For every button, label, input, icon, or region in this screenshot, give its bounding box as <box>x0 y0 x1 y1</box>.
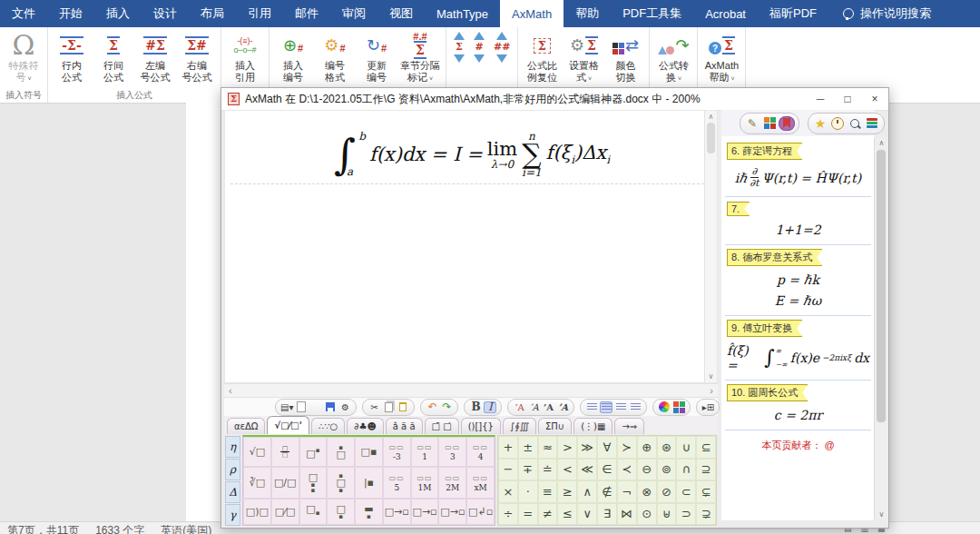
star-button[interactable]: ★ <box>812 116 828 131</box>
operator-cell-⊃[interactable]: ⊃ <box>676 503 696 526</box>
template-cell[interactable]: □▪ <box>299 499 328 525</box>
operator-cell-⊇[interactable]: ⊇ <box>696 459 716 481</box>
greek-cell-Δ[interactable]: Δ <box>225 481 240 503</box>
operator-cell-≫[interactable]: ≫ <box>577 436 597 459</box>
template-cell[interactable]: ▭▭2M <box>438 467 466 499</box>
template-cell[interactable]: |▪ <box>355 467 383 499</box>
scroll-up-icon[interactable]: ∧ <box>709 113 714 121</box>
operator-cell-≈[interactable]: ≈ <box>538 436 558 459</box>
palette-tab-1[interactable]: √□⁄□' <box>267 416 309 434</box>
template-cell[interactable]: □)□ <box>243 499 271 525</box>
operator-cell-∀[interactable]: ∀ <box>597 436 617 459</box>
template-cell[interactable]: ▭▭5 <box>383 467 411 499</box>
template-cell[interactable]: □▪ <box>299 437 328 467</box>
canvas-horizontal-scrollbar[interactable]: ‹ › <box>224 383 718 398</box>
grid-button[interactable] <box>761 116 778 131</box>
font-style-2-button[interactable]: ʼA <box>527 401 540 413</box>
template-cell[interactable]: □□ <box>271 437 299 467</box>
operator-cell-∉[interactable]: ∉ <box>597 480 617 503</box>
redo-button[interactable]: ↷ <box>440 401 453 413</box>
palette-tab-3[interactable]: ∂♣☻ <box>347 418 384 434</box>
arrow-up-icon[interactable] <box>474 32 485 40</box>
operator-cell-⊚[interactable]: ⊚ <box>657 459 677 481</box>
scroll-down-icon[interactable]: ∨ <box>879 510 885 519</box>
word-tab-Acrobat[interactable]: Acrobat <box>693 0 758 27</box>
operator-cell-⊂[interactable]: ⊂ <box>676 480 696 503</box>
arrow-down-icon[interactable] <box>474 54 485 63</box>
bold-button[interactable]: B <box>469 401 482 413</box>
template-cell[interactable]: □▪ <box>355 437 383 467</box>
word-tab-邮件[interactable]: 邮件 <box>283 0 330 27</box>
undo-button[interactable]: ↶ <box>426 401 438 413</box>
operator-cell-×[interactable]: × <box>498 480 518 503</box>
operator-cell-≻[interactable]: ≻ <box>617 436 637 459</box>
align-center-button[interactable] <box>600 401 612 413</box>
operator-cell-·[interactable]: · <box>518 480 538 503</box>
operator-cell-≡[interactable]: ≡ <box>538 480 558 503</box>
scroll-up-icon[interactable]: ∧ <box>879 139 885 147</box>
cut-button[interactable]: ✂ <box>368 401 380 413</box>
scroll-right-icon[interactable]: › <box>710 385 713 396</box>
template-cell[interactable]: ▭▭3 <box>438 437 466 467</box>
word-tab-引用[interactable]: 引用 <box>236 0 283 27</box>
operator-cell-∧[interactable]: ∧ <box>577 480 597 503</box>
operator-cell-≪[interactable]: ≪ <box>577 459 597 481</box>
operator-cell->[interactable]: > <box>557 436 577 459</box>
palette-tab-6[interactable]: ()[]{} <box>461 418 501 434</box>
ribbon-button-插入编号[interactable]: ⊕#插入编号 <box>273 30 313 84</box>
ribbon-button-行内公式[interactable]: -Σ-行内公式 <box>52 30 92 84</box>
template-cell[interactable]: ▭▭xM <box>466 467 495 499</box>
word-tab-福昕PDF[interactable]: 福昕PDF <box>758 0 828 27</box>
clock-button[interactable] <box>829 116 846 131</box>
font-style-3-button[interactable]: ʼA <box>542 401 554 413</box>
ribbon-button-章节分隔标记[interactable]: #.#Σ章节分隔标记˅ <box>398 30 442 85</box>
formula-item-7[interactable]: 7.1+1=2 <box>725 197 871 245</box>
greek-cell-η[interactable]: η <box>225 436 240 458</box>
template-cell[interactable]: ▭▭4 <box>466 437 495 467</box>
settings-button[interactable]: ⚙ <box>338 401 351 413</box>
operator-cell-≠[interactable]: ≠ <box>538 503 558 526</box>
word-tab-MathType[interactable]: MathType <box>425 0 500 27</box>
operator-cell-⊛[interactable]: ⊛ <box>657 436 677 459</box>
operator-cell-⋈[interactable]: ⋈ <box>617 503 637 526</box>
template-cell[interactable]: □/□ <box>271 467 299 499</box>
scroll-down-icon[interactable]: ∨ <box>709 372 714 381</box>
ribbon-button-公式转换[interactable]: ↷公式转换˅ <box>653 30 693 85</box>
template-cell[interactable]: ▭▭-3 <box>383 437 411 467</box>
operator-cell-⊖[interactable]: ⊖ <box>637 459 657 481</box>
operator-cell-⊆[interactable]: ⊆ <box>696 436 716 459</box>
arrow-down-icon[interactable] <box>496 54 507 63</box>
operator-cell-±[interactable]: ± <box>518 436 538 459</box>
greek-cell-γ[interactable]: γ <box>225 504 240 526</box>
arrow-up-icon[interactable] <box>496 32 507 40</box>
word-tab-设计[interactable]: 设计 <box>142 0 189 27</box>
ribbon-button-左编号公式[interactable]: #Σ左编号公式 <box>135 30 175 84</box>
formula-item-8[interactable]: 8. 德布罗意关系式p = ℏkE = ℏω <box>725 245 871 316</box>
ribbon-button-编号格式[interactable]: ⚙#编号格式 <box>315 30 355 84</box>
align-left-button[interactable] <box>585 401 598 413</box>
save-button[interactable] <box>324 401 337 413</box>
word-tab-PDF工具集[interactable]: PDF工具集 <box>611 0 693 27</box>
library-scrollbar[interactable]: ∧ ∨ <box>874 137 888 520</box>
tell-me-search[interactable]: 操作说明搜索 <box>828 0 931 27</box>
word-tab-AxMath[interactable]: AxMath <box>500 0 564 27</box>
color-wheel-button[interactable] <box>658 401 671 413</box>
align-justify-button[interactable] <box>629 401 642 413</box>
formula-item-6[interactable]: 6. 薛定谔方程iℏ∂∂tΨ(r,t) = ĤΨ(r,t) <box>725 139 871 197</box>
operator-cell-⊎[interactable]: ⊎ <box>657 503 677 526</box>
equation-canvas[interactable]: ∫ b a f(x)dx = I = lim λ→0 n ∑ i=1 f(ξi)… <box>224 110 718 383</box>
minimize-button[interactable]: ─ <box>807 88 834 110</box>
template-cell[interactable]: ▪□▪ <box>327 467 355 499</box>
template-cell[interactable]: ▭▭1 <box>411 437 439 467</box>
formula-item-9[interactable]: 9. 傅立叶变换f̂(ξ) =∫∞−∞f(x)e−2πixξdx <box>725 316 871 381</box>
ribbon-button-特殊符号[interactable]: Ω特殊符号˅ <box>4 30 44 85</box>
arrow-down-icon[interactable] <box>454 54 465 63</box>
operator-cell-∨[interactable]: ∨ <box>577 503 597 526</box>
word-tab-视图[interactable]: 视图 <box>377 0 425 27</box>
word-tab-布局[interactable]: 布局 <box>189 0 236 27</box>
palette-tab-10[interactable]: →⇒ <box>614 418 644 434</box>
scroll-thumb[interactable] <box>707 123 715 153</box>
arrow-up-icon[interactable] <box>454 32 465 40</box>
word-tab-插入[interactable]: 插入 <box>94 0 142 27</box>
operator-cell-∩[interactable]: ∩ <box>676 459 696 481</box>
